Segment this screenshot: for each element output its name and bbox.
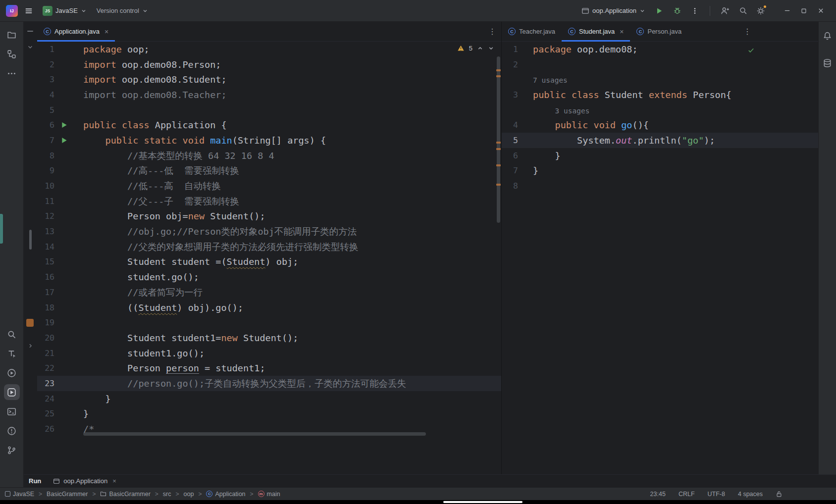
line-number[interactable]: 12 bbox=[37, 211, 54, 221]
run-line-icon[interactable] bbox=[60, 121, 68, 129]
code-line[interactable]: 1package oop; bbox=[37, 42, 501, 57]
code-line[interactable]: 16 student.go(); bbox=[37, 269, 501, 285]
maximize-button[interactable] bbox=[795, 3, 812, 18]
line-ending-indicator[interactable]: CRLF bbox=[679, 491, 695, 498]
vertical-scrollbar[interactable] bbox=[497, 56, 500, 223]
code-line[interactable]: 3import oop.demo08.Student; bbox=[37, 72, 501, 87]
no-problems-check-icon[interactable] bbox=[747, 47, 755, 54]
line-number[interactable]: 7 bbox=[37, 136, 54, 145]
right-code-area[interactable]: 1package oop.demo08;27 usages3public cla… bbox=[502, 42, 818, 474]
mini-scrollbar[interactable] bbox=[29, 230, 32, 250]
close-tab-icon[interactable]: × bbox=[104, 28, 108, 36]
usages-inlay-hint[interactable]: 7 usages bbox=[533, 76, 568, 84]
stripe-problems-icon[interactable] bbox=[4, 423, 20, 439]
line-number[interactable]: 16 bbox=[37, 272, 54, 282]
breadcrumb-main[interactable]: mmain bbox=[258, 491, 280, 498]
code-line[interactable]: 19 bbox=[37, 315, 501, 330]
line-number[interactable]: 9 bbox=[37, 166, 54, 175]
line-number[interactable]: 21 bbox=[37, 349, 54, 358]
line-number[interactable]: 25 bbox=[37, 409, 54, 418]
line-number[interactable]: 1 bbox=[502, 45, 518, 54]
code-line[interactable]: 20 Student student1=new Student(); bbox=[37, 330, 501, 346]
editor-tab-Teacher.java[interactable]: CTeacher.java bbox=[502, 22, 562, 41]
expand-chevron-right-icon[interactable] bbox=[27, 343, 34, 349]
code-line[interactable]: 8 bbox=[502, 178, 818, 194]
close-tab-icon[interactable]: × bbox=[112, 477, 116, 485]
debug-button[interactable] bbox=[670, 4, 684, 18]
line-number[interactable]: 18 bbox=[37, 303, 54, 312]
next-warning-chevron-down-icon[interactable] bbox=[488, 45, 494, 51]
code-line[interactable]: 2import oop.demo08.Person; bbox=[37, 57, 501, 72]
line-number[interactable]: 4 bbox=[37, 90, 54, 100]
encoding-indicator[interactable]: UTF-8 bbox=[708, 491, 725, 498]
stripe-search-icon[interactable] bbox=[4, 326, 20, 342]
line-number[interactable]: 5 bbox=[37, 105, 54, 115]
stripe-services-icon[interactable] bbox=[4, 365, 20, 381]
code-with-me-icon[interactable] bbox=[718, 4, 732, 18]
line-number[interactable]: 5 bbox=[502, 136, 518, 145]
stripe-run-icon[interactable] bbox=[4, 384, 20, 400]
stripe-terminal-icon[interactable] bbox=[4, 403, 20, 419]
minimize-button[interactable] bbox=[779, 3, 795, 18]
settings-gear-icon[interactable] bbox=[754, 4, 768, 18]
line-number[interactable]: 24 bbox=[37, 394, 54, 403]
fold-chevron-down-icon[interactable] bbox=[27, 44, 34, 50]
code-line[interactable]: 25} bbox=[37, 406, 501, 422]
code-line[interactable]: 8 //基本类型的转换 64 32 16 8 4 bbox=[37, 148, 501, 163]
line-number[interactable]: 20 bbox=[37, 333, 54, 343]
code-line[interactable]: 5 bbox=[37, 102, 501, 118]
write-access-lock-icon[interactable] bbox=[776, 491, 783, 498]
line-number[interactable]: 7 bbox=[502, 166, 518, 175]
breadcrumb-oop[interactable]: oop bbox=[184, 491, 194, 498]
indent-indicator[interactable]: 4 spaces bbox=[738, 491, 763, 498]
stripe-database-icon[interactable] bbox=[820, 55, 836, 71]
line-number[interactable]: 2 bbox=[37, 60, 54, 69]
line-number[interactable]: 1 bbox=[37, 45, 54, 54]
line-number[interactable]: 13 bbox=[37, 227, 54, 236]
run-button[interactable] bbox=[652, 4, 666, 18]
tab-options-kebab-icon[interactable]: ⋮ bbox=[488, 28, 496, 36]
breadcrumb-BasicGrammer[interactable]: BasicGrammer bbox=[47, 491, 88, 498]
line-number[interactable]: 2 bbox=[502, 60, 518, 69]
line-number[interactable]: 6 bbox=[37, 120, 54, 130]
splitter-handle[interactable] bbox=[27, 31, 33, 32]
project-selector[interactable]: JS JavaSE bbox=[40, 4, 90, 18]
run-line-icon[interactable] bbox=[60, 137, 68, 144]
breadcrumb-BasicGrammer[interactable]: BasicGrammer bbox=[100, 491, 150, 498]
line-number[interactable]: 8 bbox=[502, 181, 518, 191]
breadcrumb-JavaSE[interactable]: JavaSE bbox=[5, 491, 34, 498]
code-line[interactable]: 3public class Student extends Person{ bbox=[502, 87, 818, 102]
code-line[interactable]: 9 //高---低 需要强制转换 bbox=[37, 163, 501, 179]
code-line[interactable]: 2 bbox=[502, 57, 818, 72]
inlay-line[interactable]: 7 usages bbox=[502, 72, 818, 87]
run-config-selector[interactable]: oop.Application bbox=[578, 5, 648, 17]
stripe-more-icon[interactable] bbox=[4, 65, 20, 81]
code-line[interactable]: 5 System.out.println("go"); bbox=[502, 133, 818, 148]
line-number[interactable]: 4 bbox=[502, 120, 518, 130]
code-line[interactable]: 21 student1.go(); bbox=[37, 346, 501, 361]
warning-stripe-mark[interactable] bbox=[496, 142, 501, 144]
code-line[interactable]: 13 //obj.go;//Person类的对象obj不能调用子类的方法 bbox=[37, 224, 501, 239]
code-line[interactable]: 6public class Application { bbox=[37, 117, 501, 133]
search-everywhere-icon[interactable] bbox=[736, 4, 750, 18]
line-number[interactable]: 10 bbox=[37, 181, 54, 191]
left-code-area[interactable]: 1package oop;2import oop.demo08.Person;3… bbox=[37, 42, 501, 474]
hamburger-menu-icon[interactable] bbox=[22, 4, 36, 18]
code-line[interactable]: 14 //父类的对象想调用子类的方法必须先进行强制类型转换 bbox=[37, 239, 501, 254]
code-line[interactable]: 12 Person obj=new Student(); bbox=[37, 209, 501, 224]
close-tab-icon[interactable]: × bbox=[620, 28, 624, 36]
inspections-widget[interactable]: 5 bbox=[457, 45, 494, 52]
stripe-notifications-bell-icon[interactable] bbox=[820, 28, 836, 44]
line-number[interactable]: 26 bbox=[37, 424, 54, 434]
code-line[interactable]: 4 public void go(){ bbox=[502, 117, 818, 133]
more-actions-kebab-icon[interactable] bbox=[688, 4, 702, 18]
line-number[interactable]: 3 bbox=[37, 75, 54, 84]
warning-stripe-mark[interactable] bbox=[496, 164, 501, 166]
line-number[interactable]: 15 bbox=[37, 257, 54, 266]
code-line[interactable]: 17 //或者简写为一行 bbox=[37, 285, 501, 300]
line-number[interactable]: 3 bbox=[502, 90, 518, 100]
warning-stripe-mark[interactable] bbox=[496, 148, 501, 150]
breadcrumb-Application[interactable]: CApplication bbox=[206, 491, 245, 498]
code-line[interactable]: 1package oop.demo08; bbox=[502, 42, 818, 57]
code-line[interactable]: 24 } bbox=[37, 391, 501, 406]
